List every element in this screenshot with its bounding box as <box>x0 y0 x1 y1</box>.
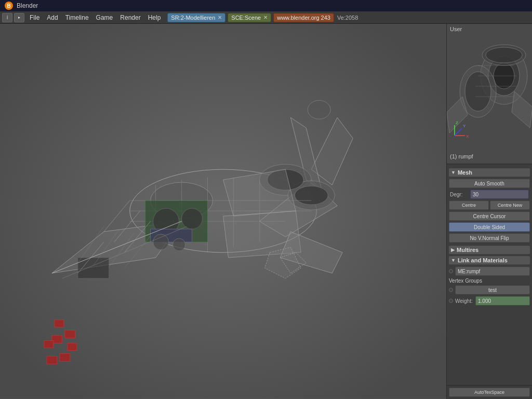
degr-value: 30 <box>473 192 478 197</box>
file-menu[interactable]: File <box>26 11 43 23</box>
me-label: ME:rumpf <box>458 269 480 274</box>
arrow-button[interactable]: ▸ <box>14 13 24 22</box>
me-dot <box>449 269 453 273</box>
mesh-section-header[interactable]: ▼ Mesh <box>449 168 530 177</box>
multires-label: Multires <box>457 247 478 253</box>
vg-test-row: test <box>449 285 530 295</box>
multires-arrow-icon: ▶ <box>451 247 455 252</box>
svg-text:Z: Z <box>456 121 458 125</box>
no-vnormal-button[interactable]: No V.Normal Flip <box>449 233 530 243</box>
centre-button[interactable]: Centre <box>449 201 489 210</box>
tab-web-label: www.blender.org 243 <box>277 15 330 21</box>
autotex-button[interactable]: AutoTexSpace <box>449 388 530 397</box>
title-bar: B Blender <box>0 0 532 11</box>
autotex-area: AutoTexSpace <box>447 385 532 399</box>
link-materials-label: Link and Materials <box>458 257 508 263</box>
link-materials-arrow-icon: ▼ <box>451 258 456 263</box>
tab-modellieren-close[interactable]: ✕ <box>218 15 222 20</box>
double-sided-button[interactable]: Double Sided <box>449 222 530 232</box>
degr-field[interactable]: 30 <box>470 190 529 199</box>
add-menu[interactable]: Add <box>43 11 61 23</box>
tab-modellieren[interactable]: SR:2-Modellieren ✕ <box>167 13 225 22</box>
svg-point-12 <box>295 186 328 205</box>
vertex-count: Ve:2058 <box>337 15 358 21</box>
svg-point-56 <box>486 47 522 63</box>
no-vnormal-row: No V.Normal Flip <box>449 233 530 243</box>
game-menu[interactable]: Game <box>92 11 117 23</box>
mesh-arrow-icon: ▼ <box>451 170 456 175</box>
me-field-value[interactable]: ME:rumpf <box>455 267 530 276</box>
weight-field[interactable]: 1.000 <box>475 296 530 305</box>
auto-smooth-button[interactable]: Auto Smooth <box>449 179 530 188</box>
tab-scene-label: SCE:Scene <box>231 15 261 21</box>
centre-cursor-row: Centre Cursor <box>449 211 530 221</box>
info-button[interactable]: i <box>2 13 12 22</box>
tab-web[interactable]: www.blender.org 243 <box>273 13 334 22</box>
svg-point-25 <box>153 234 169 250</box>
multires-section-header[interactable]: ▶ Multires <box>449 246 530 254</box>
blender-logo: B <box>4 1 14 10</box>
mini-preview-svg: X Z Y <box>447 24 532 164</box>
render-menu[interactable]: Render <box>116 11 144 23</box>
svg-rect-31 <box>68 343 77 351</box>
weight-dot <box>449 299 453 303</box>
svg-point-23 <box>182 208 203 229</box>
svg-rect-33 <box>60 354 70 362</box>
double-sided-row: Double Sided <box>449 222 530 232</box>
centre-cursor-button[interactable]: Centre Cursor <box>449 211 530 221</box>
mesh-label: Mesh <box>458 169 472 176</box>
svg-rect-30 <box>55 320 64 327</box>
properties-panel: ▼ Mesh Auto Smooth Degr: 30 Centre Centr… <box>447 164 532 385</box>
tab-scene[interactable]: SCE:Scene ✕ <box>228 13 271 22</box>
help-menu[interactable]: Help <box>144 11 165 23</box>
mini-preview: User <box>447 24 532 164</box>
svg-point-42 <box>308 100 330 119</box>
degr-row: Degr: 30 <box>449 190 530 199</box>
me-field-row: ME:rumpf <box>449 267 530 276</box>
centre-new-button[interactable]: Centre New <box>490 201 530 210</box>
link-materials-section-header[interactable]: ▼ Link and Materials <box>449 256 530 264</box>
model-wireframe <box>0 24 446 399</box>
degr-label: Degr: <box>450 192 468 197</box>
svg-rect-34 <box>44 341 54 348</box>
svg-text:B: B <box>7 3 10 9</box>
tab-scene-close[interactable]: ✕ <box>263 15 268 20</box>
3d-viewport[interactable]: User <box>0 24 446 399</box>
weight-row: Weight: 1.000 <box>449 296 530 305</box>
centre-row: Centre Centre New <box>449 201 530 210</box>
vg-dot <box>449 288 453 292</box>
svg-text:X: X <box>466 134 469 139</box>
auto-smooth-row: Auto Smooth <box>449 179 530 188</box>
weight-label: Weight: <box>455 298 473 304</box>
menu-bar: i ▸ File Add Timeline Game Render Help S… <box>0 11 532 24</box>
object-name: (1) rumpf <box>450 153 473 159</box>
timeline-menu[interactable]: Timeline <box>62 11 92 23</box>
weight-value: 1.000 <box>478 298 491 304</box>
right-panel: User <box>446 24 532 399</box>
svg-rect-29 <box>65 330 75 338</box>
vg-test-button[interactable]: test <box>455 285 530 295</box>
vertex-groups-header: Vertex Groups <box>449 278 530 284</box>
svg-point-26 <box>173 238 185 251</box>
mini-preview-label: User <box>450 26 462 32</box>
svg-rect-32 <box>47 356 57 364</box>
main-area: User <box>0 24 532 399</box>
svg-point-58 <box>465 72 491 111</box>
tab-modellieren-label: SR:2-Modellieren <box>171 15 215 21</box>
svg-text:Y: Y <box>463 124 466 128</box>
app-title: Blender <box>17 2 38 9</box>
